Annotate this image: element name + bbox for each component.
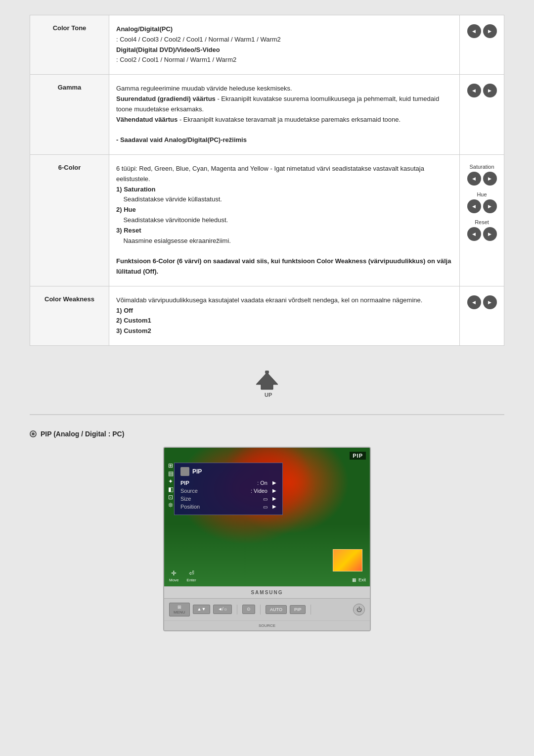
- control-label-2: Reset: [467, 219, 497, 225]
- control-cell-color-weakness: [460, 286, 504, 345]
- control-group-0: Saturation: [467, 164, 497, 186]
- nav-right-6-color-2[interactable]: [483, 227, 497, 241]
- nav-left-gamma[interactable]: [467, 84, 481, 97]
- pip-enter-label: Enter: [187, 578, 196, 582]
- pip-monitor-wrapper: PIP ⊞ ▤ ✦ ◧ ⊡ ❊ PIP: [30, 447, 504, 631]
- pip-menu-row-0: PIP : On ▶: [180, 479, 276, 487]
- ctrl-adjust-group: ◄/☼: [213, 605, 232, 614]
- up-arrow-section: UP: [30, 361, 504, 414]
- nav-arrows-color-weakness: [467, 295, 497, 309]
- pip-menu-arrow-1: ▶: [272, 488, 276, 493]
- pip-exit-label: Exit: [358, 577, 366, 582]
- ctrl-bright-button[interactable]: ▲▼: [193, 605, 211, 614]
- table-row-color-weakness: Color WeaknessVõimaldab värvipuudulikkus…: [30, 286, 504, 345]
- pip-menu-label-0: PIP: [180, 480, 189, 486]
- nav-left-6-color-2[interactable]: [467, 227, 481, 241]
- svg-text:UP: UP: [265, 392, 272, 398]
- pip-move-icon: ✛ Move: [169, 569, 179, 582]
- page-wrapper: Color ToneAnalog/Digital(PC): Cool4 / Co…: [0, 0, 534, 656]
- desc-cell-gamma: Gamma reguleerimine muudab värvide heled…: [109, 75, 460, 155]
- ctrl-source-icon: ⊙: [247, 607, 251, 612]
- ctrl-menu-label: MENU: [174, 610, 185, 614]
- desc-cell-color-weakness: Võimaldab värvipuudulikkusega kasutajate…: [109, 286, 460, 345]
- monitor-controls-row: ⊞ MENU ▲▼ ◄/☼: [164, 598, 370, 620]
- table-row-gamma: GammaGamma reguleerimine muudab värvide …: [30, 75, 504, 155]
- ctrl-adjust-button[interactable]: ◄/☼: [213, 605, 232, 614]
- pip-menu-row-3: Position ▭ ▶: [180, 503, 276, 511]
- monitor-brand: SAMSUNG: [164, 586, 370, 598]
- ctrl-power-button[interactable]: [353, 604, 365, 615]
- table-row-6-color: 6-Color6 tüüpi: Red, Green, Blue, Cyan, …: [30, 154, 504, 286]
- ctrl-auto-button[interactable]: AUTO: [266, 605, 287, 614]
- ctrl-divider-2: [260, 605, 261, 614]
- ctrl-bright-group: ▲▼: [193, 605, 211, 614]
- ctrl-source-group: ⊙: [242, 605, 255, 614]
- control-group-2: Reset: [467, 219, 497, 241]
- control-cell-color-tone: [460, 15, 504, 75]
- nav-left-color-weakness[interactable]: [467, 295, 481, 309]
- nav-arrows-gamma: [467, 84, 497, 97]
- monitor-screen: PIP ⊞ ▤ ✦ ◧ ⊡ ❊ PIP: [164, 448, 370, 586]
- pip-exit-icon-group: ▦ Exit: [352, 577, 366, 582]
- pip-side-icons: ⊞ ▤ ✦ ◧ ⊡ ❊: [168, 463, 174, 508]
- ctrl-adjust-icon: ◄/☼: [218, 607, 227, 612]
- label-cell-color-tone: Color Tone: [30, 15, 109, 75]
- pip-menu-val-0: : On: [257, 480, 267, 486]
- nav-arrows-color-tone: [467, 24, 497, 38]
- nav-right-color-tone[interactable]: [483, 24, 497, 38]
- pip-menu-title: PIP: [192, 468, 202, 475]
- pip-heading-text: PIP (Analog / Digital : PC): [41, 430, 124, 438]
- pip-menu-box: PIP PIP : On ▶ Source : Video ▶ Size ▭ ▶…: [174, 463, 283, 515]
- ctrl-pip-label: PIP: [294, 607, 302, 612]
- ctrl-menu-group: ⊞ MENU: [169, 603, 190, 616]
- nav-right-6-color-1[interactable]: [483, 199, 497, 213]
- label-cell-6-color: 6-Color: [30, 154, 109, 286]
- side-icon-1: ⊞: [168, 463, 174, 469]
- pip-menu-row-2: Size ▭ ▶: [180, 495, 276, 503]
- ctrl-divider-1: [237, 605, 237, 614]
- nav-left-6-color-0[interactable]: [467, 172, 481, 186]
- feature-table: Color ToneAnalog/Digital(PC): Cool4 / Co…: [30, 15, 504, 346]
- pip-enter-icon: ⏎ Enter: [187, 569, 196, 582]
- desc-cell-color-tone: Analog/Digital(PC): Cool4 / Cool3 / Cool…: [109, 15, 460, 75]
- pip-menu-label-3: Position: [180, 504, 200, 510]
- nav-right-gamma[interactable]: [483, 84, 497, 97]
- pip-menu-arrow-3: ▶: [272, 504, 276, 509]
- nav-arrows-6-color-0: [467, 172, 497, 186]
- ctrl-menu-icon: ⊞: [178, 605, 181, 610]
- up-arrow-icon: UP: [252, 371, 282, 398]
- nav-right-color-weakness[interactable]: [483, 295, 497, 309]
- control-cell-6-color: Saturation Hue Reset: [460, 154, 504, 286]
- nav-arrows-6-color-1: [467, 199, 497, 213]
- side-icon-2: ▤: [168, 471, 174, 476]
- pip-section: PIP (Analog / Digital : PC) PIP ⊞ ▤ ✦ ◧ …: [30, 425, 504, 641]
- pip-menu-label-2: Size: [180, 496, 191, 502]
- pip-menu-val-1: : Video: [251, 488, 267, 494]
- label-cell-color-weakness: Color Weakness: [30, 286, 109, 345]
- ctrl-source-button[interactable]: ⊙: [242, 605, 255, 614]
- side-icon-3: ✦: [168, 478, 174, 484]
- ctrl-divider-3: [311, 605, 311, 614]
- pip-bottom-icons: ✛ Move ⏎ Enter: [169, 569, 196, 582]
- control-group-1: Hue: [467, 191, 497, 213]
- pip-menu-arrow-0: ▶: [272, 480, 276, 485]
- control-label-0: Saturation: [467, 164, 497, 170]
- nav-left-color-tone[interactable]: [467, 24, 481, 38]
- pip-menu-row-1: Source : Video ▶: [180, 487, 276, 495]
- monitor-outer: PIP ⊞ ▤ ✦ ◧ ⊡ ❊ PIP: [163, 447, 371, 631]
- ctrl-source-bottom-label: SOURCE: [259, 623, 275, 628]
- desc-cell-6-color: 6 tüüpi: Red, Green, Blue, Cyan, Magenta…: [109, 154, 460, 286]
- ctrl-auto-group: AUTO: [266, 605, 287, 614]
- pip-menu-arrow-2: ▶: [272, 496, 276, 501]
- ctrl-pip-button[interactable]: PIP: [290, 605, 306, 614]
- pip-menu-val-2: ▭: [263, 496, 267, 502]
- ctrl-menu-button[interactable]: ⊞ MENU: [169, 603, 190, 616]
- side-icon-5: ⊡: [168, 494, 174, 500]
- pip-menu-label-1: Source: [180, 488, 198, 494]
- control-label-1: Hue: [467, 191, 497, 197]
- side-icon-4: ◧: [168, 486, 174, 492]
- pip-move-label: Move: [169, 578, 179, 582]
- nav-left-6-color-1[interactable]: [467, 199, 481, 213]
- svg-point-2: [265, 371, 269, 374]
- nav-right-6-color-0[interactable]: [483, 172, 497, 186]
